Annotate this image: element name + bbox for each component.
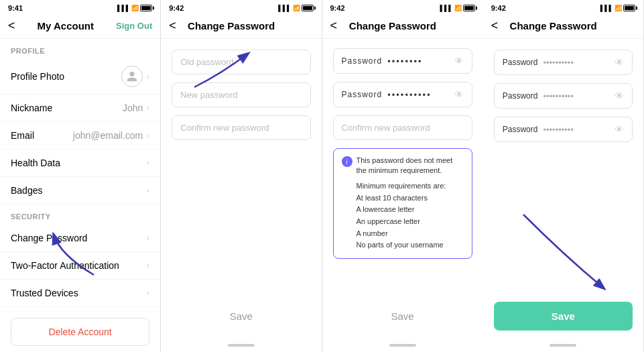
new-password-field[interactable]: New password (172, 82, 310, 107)
profile-photo-item[interactable]: Profile Photo › (0, 59, 160, 95)
nickname-value: John (123, 103, 143, 113)
eye-icon-4a[interactable]: 👁 (615, 57, 624, 68)
nav-bar-2: < Change Password (161, 15, 321, 39)
req-item-2: A lowercase letter (357, 204, 464, 216)
password-field-4b[interactable]: Password •••••••••• 👁 (494, 83, 633, 109)
home-indicator-4 (483, 341, 643, 352)
two-factor-item[interactable]: Two-Factor Authentication › (0, 252, 160, 280)
eye-icon-3b[interactable]: 👁 (454, 89, 464, 100)
screen-4: 9:42 ▌▌▌ 📶 < Change Password Password ••… (483, 0, 644, 352)
nav-bar-1: < My Account Sign Out (0, 15, 160, 39)
save-button-4[interactable]: Save (494, 302, 633, 331)
password-dots-3a: •••••••• (382, 56, 454, 66)
status-bar-4: 9:42 ▌▌▌ 📶 (483, 0, 643, 15)
status-icons-4: ▌▌▌ 📶 (600, 5, 635, 11)
signal-icon-2: ▌▌▌ (278, 5, 291, 11)
home-indicator-3 (322, 341, 483, 352)
error-title: This password does not meet the minimum … (357, 156, 464, 176)
signal-icon-4: ▌▌▌ (600, 5, 613, 11)
error-box: i This password does not meet the minimu… (333, 148, 472, 259)
section-profile-label: PROFILE (0, 39, 160, 59)
req-item-3: An uppercase letter (357, 216, 464, 228)
back-button-3[interactable]: < (330, 19, 338, 33)
confirm-password-placeholder-3: Confirm new password (342, 123, 430, 133)
password-label-4a: Password (503, 58, 538, 67)
status-icons-1: ▌▌▌ 📶 (117, 5, 152, 11)
delete-account-button[interactable]: Delete Account (11, 318, 149, 346)
confirm-password-field-2[interactable]: Confirm new password (172, 115, 310, 140)
trusted-devices-item[interactable]: Trusted Devices › (0, 280, 160, 307)
error-req-title: Minimum requirements are: (342, 182, 464, 190)
health-data-item[interactable]: Health Data › (0, 150, 160, 177)
confirm-password-field-3[interactable]: Confirm new password (333, 115, 472, 140)
wifi-icon-2: 📶 (293, 5, 300, 11)
password-field-4a[interactable]: Password •••••••••• 👁 (494, 50, 633, 75)
password-label-4b: Password (503, 91, 538, 101)
chevron-icon-badges: › (147, 186, 149, 195)
password-field-4c[interactable]: Password •••••••••• 👁 (494, 117, 633, 142)
email-label: Email (11, 130, 73, 141)
status-bar-1: 9:41 ▌▌▌ 📶 (0, 0, 160, 15)
section-security-label: SECURITY (0, 204, 160, 225)
save-button-2[interactable]: Save (172, 302, 310, 331)
confirm-password-placeholder-2: Confirm new password (180, 123, 269, 133)
home-indicator-2 (161, 341, 321, 352)
old-password-placeholder: Old password (180, 57, 233, 67)
old-password-field[interactable]: Old password (172, 50, 310, 74)
back-button-4[interactable]: < (491, 19, 499, 33)
chevron-icon-email: › (147, 131, 149, 140)
screen-1: 9:41 ▌▌▌ 📶 < My Account Sign Out PROFILE… (0, 0, 161, 352)
sign-out-button[interactable]: Sign Out (116, 21, 152, 31)
battery-icon-4 (623, 5, 635, 11)
badges-item[interactable]: Badges › (0, 177, 160, 204)
eye-icon-3a[interactable]: 👁 (454, 56, 464, 66)
battery-icon-1 (140, 5, 152, 11)
email-item[interactable]: Email john@email.com › (0, 122, 160, 150)
new-password-placeholder: New password (180, 90, 237, 100)
eye-icon-4c[interactable]: 👁 (615, 124, 624, 135)
two-factor-label: Two-Factor Authentication (11, 260, 147, 271)
status-bar-2: 9:42 ▌▌▌ 📶 (161, 0, 321, 15)
battery-icon-2 (302, 5, 314, 11)
password-field-3a[interactable]: Password •••••••• 👁 (333, 48, 472, 74)
page-title-3: Change Password (337, 20, 448, 32)
info-icon: i (342, 156, 352, 167)
chevron-icon-nickname: › (147, 103, 149, 113)
signal-icon-1: ▌▌▌ (117, 5, 130, 11)
status-icons-2: ▌▌▌ 📶 (278, 5, 313, 11)
change-password-item[interactable]: Change Password › (0, 225, 160, 252)
nav-bar-4: < Change Password (483, 15, 643, 39)
avatar (121, 66, 143, 87)
nickname-label: Nickname (11, 103, 123, 113)
password-value-3a: Password (342, 56, 383, 66)
profile-photo-label: Profile Photo (11, 71, 121, 82)
health-data-label: Health Data (11, 158, 147, 168)
page-title-2: Change Password (176, 20, 287, 32)
nav-bar-3: < Change Password (322, 15, 483, 39)
password-dots-4b: •••••••••• (537, 91, 615, 101)
chevron-icon-health: › (147, 158, 149, 168)
page-title-1: My Account (15, 20, 117, 32)
wifi-icon-3: 📶 (454, 5, 462, 11)
password-label-4c: Password (503, 125, 538, 134)
nickname-item[interactable]: Nickname John › (0, 95, 160, 122)
password-field-3b[interactable]: Password •••••••••• 👁 (333, 82, 472, 107)
chevron-icon-trusted: › (147, 288, 149, 298)
error-requirements: At least 10 characters A lowercase lette… (342, 192, 464, 251)
password-dots-4c: •••••••••• (537, 125, 615, 135)
change-password-label: Change Password (11, 233, 147, 243)
time-3: 9:42 (330, 4, 345, 12)
screen-2: 9:42 ▌▌▌ 📶 < Change Password Old passwor… (161, 0, 322, 352)
chevron-icon-photo: › (147, 72, 149, 81)
back-button-2[interactable]: < (169, 19, 176, 33)
password-label-3b: Password (342, 90, 383, 99)
save-button-3[interactable]: Save (333, 302, 472, 331)
time-4: 9:42 (491, 4, 506, 12)
back-button-1[interactable]: < (8, 19, 15, 33)
email-value: john@email.com (73, 130, 143, 141)
chevron-icon-password: › (147, 233, 149, 243)
screen-3: 9:42 ▌▌▌ 📶 < Change Password Password ••… (322, 0, 483, 352)
eye-icon-4b[interactable]: 👁 (615, 91, 624, 101)
status-bar-3: 9:42 ▌▌▌ 📶 (322, 0, 483, 15)
time-1: 9:41 (8, 4, 23, 12)
